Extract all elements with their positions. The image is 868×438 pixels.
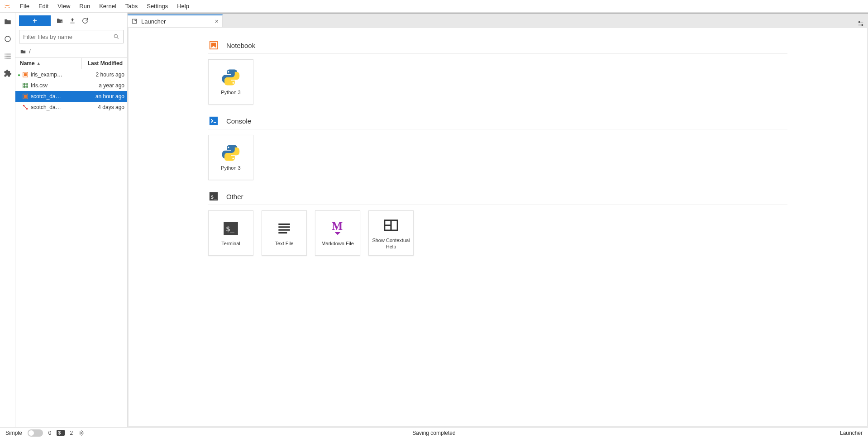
file-name: scotch_da… (31, 104, 85, 110)
python-icon (221, 143, 240, 162)
svg-rect-38 (278, 226, 290, 228)
launcher-tab-icon (131, 18, 138, 24)
extensions-tab-icon[interactable] (3, 69, 12, 78)
breadcrumb-path: / (29, 48, 31, 55)
tile-label: Terminal (221, 241, 240, 247)
launcher-tile-markdown[interactable]: MMarkdown File (315, 210, 360, 256)
python-icon (221, 68, 240, 87)
file-name: iris_examp… (31, 71, 85, 78)
file-filter-input[interactable] (19, 33, 123, 40)
kernel-count[interactable]: 0 (48, 430, 52, 436)
svg-rect-5 (5, 58, 5, 59)
svg-rect-6 (6, 58, 11, 59)
sort-ascending-icon: ▲ (37, 61, 41, 66)
menu-tabs[interactable]: Tabs (121, 1, 142, 11)
status-bar: Simple 0 $_ 2 Saving completed Launcher (0, 427, 868, 438)
file-type-icon (22, 93, 29, 100)
tab-title: Launcher (141, 18, 166, 25)
launcher-panel: NotebookPython 3ConsolePython 3$_Other$_… (129, 28, 867, 426)
toc-tab-icon[interactable] (3, 52, 12, 61)
svg-rect-29 (210, 117, 218, 125)
new-launcher-button[interactable]: + (19, 15, 51, 26)
folder-tab-icon[interactable] (3, 17, 12, 26)
refresh-icon[interactable] (81, 17, 89, 24)
new-folder-icon[interactable] (56, 17, 63, 24)
column-modified-header[interactable]: Last Modified (82, 60, 127, 67)
terminal-count[interactable]: 2 (70, 430, 73, 436)
settings-gear-icon[interactable] (78, 430, 85, 436)
svg-rect-39 (278, 229, 290, 231)
activity-bar (0, 13, 15, 427)
tile-label: Markdown File (321, 241, 354, 247)
menu-settings[interactable]: Settings (142, 1, 172, 11)
terminal-badge-icon: $_ (57, 430, 64, 436)
svg-rect-40 (278, 232, 287, 233)
launcher-tile-python[interactable]: Python 3 (208, 135, 253, 180)
tab-launcher[interactable]: Launcher × (128, 14, 223, 27)
file-browser-sidebar: + / N (15, 13, 128, 427)
tile-label: Python 3 (221, 90, 240, 96)
tile-label: Text File (275, 241, 294, 247)
menu-kernel[interactable]: Kernel (95, 1, 121, 11)
launcher-tile-textfile[interactable]: Text File (262, 210, 307, 256)
svg-point-25 (861, 24, 863, 26)
running-tab-icon[interactable] (3, 34, 12, 43)
launcher-section: ConsolePython 3 (208, 113, 787, 180)
terminal-section-icon: $_ (208, 191, 219, 202)
close-icon[interactable]: × (215, 18, 219, 25)
svg-rect-1 (5, 54, 5, 55)
launcher-section: NotebookPython 3 (208, 37, 787, 105)
upload-icon[interactable] (69, 17, 76, 24)
tile-label: Python 3 (221, 165, 240, 171)
file-filter-input-wrap (19, 30, 124, 43)
menu-run[interactable]: Run (75, 1, 95, 11)
svg-point-28 (233, 82, 234, 84)
menu-view[interactable]: View (53, 1, 75, 11)
console-section-icon (208, 115, 219, 126)
file-modified: 4 days ago (85, 104, 124, 110)
svg-rect-37 (278, 224, 290, 225)
tab-bar: Launcher × (128, 13, 868, 27)
launcher-section: $_Other$_TerminalText FileMMarkdown File… (208, 188, 787, 256)
file-row[interactable]: scotch_da…an hour ago (15, 91, 127, 102)
file-type-icon (22, 82, 29, 89)
file-list-header: Name ▲ Last Modified (15, 57, 127, 69)
section-title: Notebook (226, 42, 255, 49)
simple-toggle[interactable] (28, 429, 43, 437)
svg-rect-3 (5, 56, 5, 57)
simple-toggle-label: Simple (5, 430, 22, 436)
launcher-tile-contexthelp[interactable]: Show Contextual Help (368, 210, 414, 256)
textfile-icon (275, 219, 294, 238)
running-dot-icon: ● (17, 72, 21, 77)
svg-point-24 (858, 21, 860, 23)
svg-text:$_: $_ (226, 224, 235, 233)
svg-point-45 (81, 432, 82, 434)
svg-rect-13 (24, 73, 27, 76)
contexthelp-icon (382, 216, 401, 235)
breadcrumb[interactable]: / (15, 46, 127, 57)
status-mode[interactable]: Launcher (840, 430, 863, 436)
svg-rect-14 (23, 83, 28, 88)
launcher-tile-terminal[interactable]: $_Terminal (208, 210, 253, 256)
file-row[interactable]: Iris.csva year ago (15, 80, 127, 91)
menu-help[interactable]: Help (172, 1, 194, 11)
column-name-header[interactable]: Name ▲ (15, 60, 81, 67)
launcher-tile-python[interactable]: Python 3 (208, 59, 253, 105)
svg-point-32 (233, 158, 234, 160)
section-title: Console (226, 117, 251, 125)
menu-bar: FileEditViewRunKernelTabsSettingsHelp (0, 0, 868, 13)
svg-point-0 (5, 36, 10, 42)
file-row[interactable]: ●iris_examp…2 hours ago (15, 69, 127, 80)
file-modified: a year ago (85, 82, 124, 89)
file-type-icon (22, 71, 29, 78)
file-row[interactable]: scotch_da…4 days ago (15, 102, 127, 113)
file-name: Iris.csv (31, 82, 85, 89)
svg-point-27 (228, 71, 229, 73)
folder-icon (20, 48, 26, 55)
terminal-icon: $_ (221, 219, 240, 238)
menu-file[interactable]: File (15, 1, 34, 11)
svg-rect-9 (70, 23, 74, 23)
menu-edit[interactable]: Edit (34, 1, 53, 11)
file-modified: 2 hours ago (85, 71, 124, 78)
property-inspector-icon[interactable] (857, 20, 864, 27)
